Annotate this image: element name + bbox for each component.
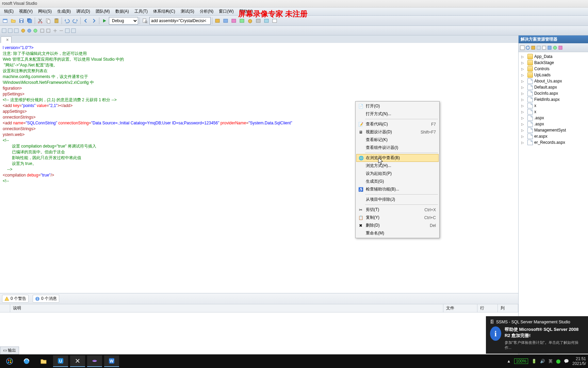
output-tab[interactable]: ▭ 输出: [0, 347, 19, 354]
tray-icon[interactable]: ⬤: [556, 359, 560, 364]
tb2-icon[interactable]: [59, 28, 64, 33]
context-menu-item[interactable]: 查看组件设计器(I): [356, 144, 439, 152]
tree-node[interactable]: ▷ManagementSyst: [519, 127, 588, 133]
tree-node[interactable]: ▷App_Data: [519, 53, 588, 60]
view-designer-icon[interactable]: [547, 45, 552, 50]
start-debug-icon[interactable]: [101, 17, 108, 25]
menu-item[interactable]: 分析(N): [197, 8, 216, 15]
tree-node[interactable]: ▷Controls: [519, 66, 588, 72]
tb2-icon[interactable]: [1, 28, 7, 33]
taskbar-vs-icon[interactable]: [87, 355, 102, 367]
tb2-icon[interactable]: [27, 28, 32, 33]
context-menu-item[interactable]: 重命名(M): [356, 229, 439, 237]
tb2-icon[interactable]: [65, 28, 70, 33]
view-code-icon[interactable]: [542, 45, 546, 50]
context-menu-item[interactable]: ✖删除(D)Del: [356, 221, 439, 229]
ime-indicator[interactable]: 英: [549, 358, 553, 364]
tb2-icon[interactable]: [20, 28, 26, 33]
cut-icon[interactable]: [36, 17, 44, 25]
tree-node[interactable]: ▷.aspx: [519, 121, 588, 127]
tree-node[interactable]: ▷UpLoads: [519, 72, 588, 78]
context-menu-item[interactable]: 设为起始页(P): [356, 170, 439, 178]
menu-item[interactable]: 调试(D): [74, 8, 93, 15]
menu-item[interactable]: 工具(T): [132, 8, 150, 15]
context-menu-item[interactable]: 🖥视图设计器(D)Shift+F7: [356, 128, 439, 136]
menu-item[interactable]: 窗口(W): [216, 8, 236, 15]
tb2-icon[interactable]: [46, 28, 51, 33]
close-tab-icon[interactable]: ×: [6, 37, 9, 42]
copy-icon[interactable]: [45, 17, 52, 25]
context-menu-item[interactable]: ♿检查辅助功能(B)...: [356, 185, 439, 193]
volume-icon[interactable]: 🔊: [540, 359, 545, 364]
tb2-icon[interactable]: [14, 28, 19, 33]
save-all-icon[interactable]: [26, 17, 33, 25]
menu-item[interactable]: 数据(A): [113, 8, 132, 15]
context-menu-item[interactable]: 📄打开(O): [356, 102, 439, 110]
tray-up-icon[interactable]: ▲: [507, 359, 511, 364]
start-button[interactable]: [2, 355, 17, 367]
tree-node[interactable]: ▷.aspx: [519, 115, 588, 121]
tree-node[interactable]: ▷BackStage: [519, 60, 588, 66]
tb-icon-7[interactable]: [271, 17, 278, 25]
context-menu-item[interactable]: 浏览方式(H)...: [356, 162, 439, 170]
save-icon[interactable]: [18, 17, 25, 25]
menu-item[interactable]: 团队(M): [93, 8, 113, 15]
context-menu-item[interactable]: 生成页(G): [356, 178, 439, 185]
network-icon[interactable]: 🔋: [532, 359, 537, 364]
tree-node[interactable]: ▷x: [519, 109, 588, 115]
tb2-icon[interactable]: [39, 28, 45, 33]
new-project-icon[interactable]: [1, 17, 9, 25]
tb-icon-3[interactable]: [230, 17, 238, 25]
redo-icon[interactable]: [71, 17, 79, 25]
nav-forward-icon[interactable]: [90, 17, 98, 25]
taskbar-wps-icon[interactable]: W: [104, 355, 119, 367]
system-tray[interactable]: ▲ 100% 🔋 🔊 英 ⬤ 💬 21:51 2021/5/: [507, 356, 586, 366]
tb2-icon[interactable]: [71, 28, 76, 33]
solution-tree[interactable]: ▷App_Data▷BackStage▷Controls▷UpLoads▷Abo…: [519, 52, 588, 324]
taskbar-tools-icon[interactable]: [70, 355, 85, 367]
tb-icon-4[interactable]: [238, 17, 246, 25]
copy-website-icon[interactable]: [553, 45, 557, 50]
menu-item[interactable]: 测试(S): [178, 8, 197, 15]
refresh-icon[interactable]: [525, 45, 530, 50]
context-menu-item[interactable]: 📝查看代码(C)F7: [356, 120, 439, 128]
messages-filter[interactable]: i0 个消息: [33, 295, 59, 303]
menu-item[interactable]: 体系结构(C): [150, 8, 178, 15]
taskbar-app-icon[interactable]: U: [53, 355, 68, 367]
tree-node[interactable]: ▷er.aspx: [519, 133, 588, 139]
config-dropdown[interactable]: Debug: [109, 17, 138, 25]
menu-item[interactable]: 视图(V): [16, 8, 35, 15]
tree-node[interactable]: ▷Default.aspx: [519, 84, 588, 90]
context-menu-item[interactable]: 📋复制(Y)Ctrl+C: [356, 214, 439, 221]
tb-icon-5[interactable]: [255, 17, 262, 25]
tree-node[interactable]: ▷er_Records.aspx: [519, 139, 588, 145]
toolbox-icon[interactable]: [246, 17, 254, 25]
paste-icon[interactable]: [53, 17, 60, 25]
show-all-icon[interactable]: [536, 45, 541, 50]
tray-icon[interactable]: 💬: [564, 359, 569, 364]
clock[interactable]: 21:51 2021/5/: [572, 356, 586, 366]
context-menu-item[interactable]: 🌐在浏览器中查看(B): [356, 154, 439, 162]
battery-icon[interactable]: 100%: [514, 358, 528, 364]
nest-icon[interactable]: [531, 45, 536, 50]
context-menu-item[interactable]: 查看标记(K): [356, 136, 439, 144]
tb2-icon[interactable]: [7, 28, 13, 33]
tb2-icon[interactable]: [52, 28, 58, 33]
tree-node[interactable]: ▷FieldInfo.aspx: [519, 96, 588, 103]
find-input[interactable]: [149, 17, 211, 25]
tree-node[interactable]: ▷About_Us.aspx: [519, 78, 588, 84]
menu-item[interactable]: 辑(E): [1, 8, 16, 15]
tb2-icon[interactable]: [33, 28, 38, 33]
tb-icon-1[interactable]: [214, 17, 221, 25]
taskbar-ie-icon[interactable]: [19, 355, 34, 367]
tb-icon-2[interactable]: [222, 17, 229, 25]
tb-icon-6[interactable]: [263, 17, 270, 25]
find-in-files-icon[interactable]: [141, 17, 149, 25]
tree-node[interactable]: ▷x: [519, 103, 588, 109]
menu-item[interactable]: 生成(B): [54, 8, 74, 15]
open-icon[interactable]: [10, 17, 17, 25]
properties-icon[interactable]: [520, 45, 525, 50]
editor-tab[interactable]: ×: [1, 36, 12, 43]
undo-icon[interactable]: [63, 17, 71, 25]
asp-config-icon[interactable]: [558, 45, 563, 50]
